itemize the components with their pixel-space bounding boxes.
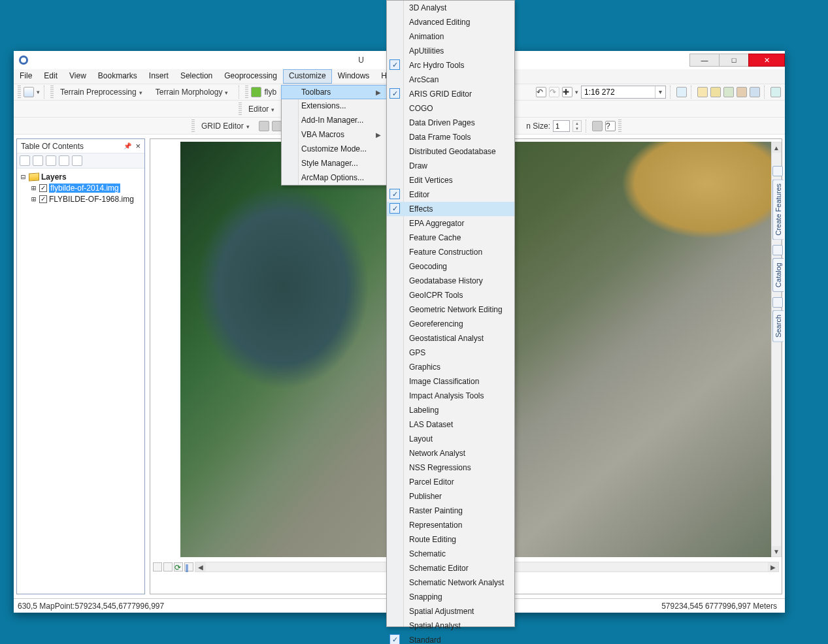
toolbar-toggle-geometric-network-editing[interactable]: Geometric Network Editing [387,302,514,317]
pause-icon[interactable]: ‖ [184,562,193,572]
menu-item-vba-macros[interactable]: VBA Macros▶ [282,127,386,142]
toc-layers-root[interactable]: ⊟ Layers [20,171,142,182]
dock-icon[interactable] [772,245,783,255]
toolbar-toggle-arc-hydro-tools[interactable]: ✓Arc Hydro Tools [387,58,514,72]
toolbar-toggle-las-dataset[interactable]: LAS Dataset [387,417,514,432]
toolbar-toggle-route-editing[interactable]: Route Editing [387,532,514,547]
toc-layer-item[interactable]: ⊞✓flybilde-of-2014.img [20,182,142,193]
toolbar-toggle-spatial-analyst[interactable]: Spatial Analyst [387,619,514,633]
menu-item-extensions-[interactable]: Extensions... [282,99,386,113]
refresh-icon[interactable]: ⟳ [174,562,183,572]
grid-tool-1[interactable] [259,121,269,131]
menu-edit[interactable]: Edit [38,69,63,84]
toolbar-toggle-edit-vertices[interactable]: Edit Vertices [387,173,514,187]
toolbar-toggle-image-classification[interactable]: Image Classification [387,374,514,389]
toc-layer-item[interactable]: ⊞✓FLYBILDE-OF-1968.img [20,193,142,204]
tool-icon-3[interactable] [710,87,721,97]
toolbar-toggle-georeferencing[interactable]: Georeferencing [387,317,514,331]
checkbox-icon[interactable]: ✓ [39,184,47,192]
toolbar-toggle-nss-regressions[interactable]: NSS Regressions [387,460,514,475]
menu-item-style-manager-[interactable]: Style Manager... [282,156,386,170]
size-stepper[interactable]: ▲▼ [572,120,582,132]
scale-input[interactable] [582,87,655,97]
toolbar-toggle-arcscan[interactable]: ArcScan [387,72,514,87]
toolbar-toggle-schematic-network-analyst[interactable]: Schematic Network Analyst [387,575,514,590]
toolbar-toggle-draw[interactable]: Draw [387,159,514,173]
toolbar-toggle-standard[interactable]: ✓Standard [387,633,514,644]
scroll-down-icon[interactable]: ▼ [772,546,781,556]
grid-editor-dropdown[interactable]: GRID Editor [197,121,256,131]
scroll-up-icon[interactable]: ▲ [772,142,781,153]
tool-icon-7[interactable] [770,87,781,97]
toolbar-toggle-editor[interactable]: ✓Editor [387,187,514,202]
menu-insert[interactable]: Insert [143,69,174,84]
toc-view-1[interactable] [20,155,30,166]
dock-icon[interactable] [772,297,783,308]
toc-view-5[interactable] [72,155,82,166]
menu-bookmarks[interactable]: Bookmarks [92,69,143,84]
minimize-button[interactable]: — [689,54,720,67]
toolbar-grip[interactable] [18,86,21,99]
toolbar-toggle-epa-aggregator[interactable]: EPA Aggregator [387,216,514,231]
menu-item-customize-mode-[interactable]: Customize Mode... [282,142,386,156]
menu-item-toolbars[interactable]: Toolbars▶ [281,85,387,99]
menu-geoprocessing[interactable]: Geoprocessing [218,69,283,84]
chevron-down-icon[interactable]: ▾ [655,86,665,98]
toc-view-2[interactable] [33,155,43,166]
tool-icon-2[interactable] [697,87,708,97]
toolbar-grip[interactable] [191,120,195,133]
dock-tab-search[interactable]: Search [772,310,784,342]
terrain-morphology-dropdown[interactable]: Terrain Morphology [152,87,235,97]
toolbar-toggle-snapping[interactable]: Snapping [387,590,514,604]
menu-customize[interactable]: Customize [283,69,332,84]
size-input[interactable] [553,120,570,132]
toolbar-toggle-geodatabase-history[interactable]: Geodatabase History [387,274,514,288]
toolbar-grip[interactable] [618,120,621,133]
toolbar-toggle-feature-cache[interactable]: Feature Cache [387,231,514,245]
toolbar-toggle-labeling[interactable]: Labeling [387,403,514,417]
scroll-left-icon[interactable]: ◀ [195,562,206,572]
toc-view-3[interactable] [46,155,56,166]
toolbar-toggle-parcel-editor[interactable]: Parcel Editor [387,475,514,489]
pin-icon[interactable]: 📌 [124,142,131,150]
toolbar-toggle-advanced-editing[interactable]: Advanced Editing [387,15,514,29]
toolbar-toggle-layout[interactable]: Layout [387,432,514,446]
toolbar-grip[interactable] [50,86,54,99]
toolbar-toggle-network-analyst[interactable]: Network Analyst [387,446,514,460]
checkbox-icon[interactable]: ✓ [39,195,47,203]
toolbar-toggle-geoicpr-tools[interactable]: GeoICPR Tools [387,288,514,302]
toolbar-toggle-distributed-geodatabase[interactable]: Distributed Geodatabase [387,144,514,159]
editor-dropdown[interactable]: Editor [244,104,281,114]
toolbar-toggle-graphics[interactable]: Graphics [387,360,514,374]
menu-file[interactable]: File [14,69,38,84]
target-icon[interactable]: ✚ [562,87,572,97]
toolbar-toggle-publisher[interactable]: Publisher [387,489,514,504]
dock-tab-catalog[interactable]: Catalog [772,258,784,292]
tool-icon-5[interactable] [737,87,747,97]
redo-icon[interactable]: ↷ [549,87,559,97]
menu-item-arcmap-options-[interactable]: ArcMap Options... [282,170,386,185]
zoom-icon[interactable] [24,87,34,97]
close-button[interactable]: ✕ [748,54,785,67]
menu-windows[interactable]: Windows [332,69,376,84]
toolbar-toggle-feature-construction[interactable]: Feature Construction [387,245,514,259]
close-icon[interactable]: × [135,141,141,151]
menu-view[interactable]: View [63,69,92,84]
toolbar-toggle-gps[interactable]: GPS [387,346,514,360]
layout-view-icon[interactable] [163,562,173,572]
terrain-preprocessing-dropdown[interactable]: Terrain Preprocessing [56,87,149,97]
toolbar-toggle-cogo[interactable]: COGO [387,101,514,116]
dock-icon[interactable] [772,166,783,176]
toolbar-grip[interactable] [245,86,248,99]
toolbar-toggle-3d-analyst[interactable]: 3D Analyst [387,1,514,15]
data-view-icon[interactable] [153,562,162,572]
maximize-button[interactable]: □ [719,54,749,67]
toolbar-toggle-spatial-adjustment[interactable]: Spatial Adjustment [387,604,514,619]
grid-tool-3[interactable] [592,121,603,131]
toc-view-4[interactable] [59,155,69,166]
scroll-right-icon[interactable]: ▶ [768,562,778,572]
tool-icon-6[interactable] [750,87,760,97]
toolbar-toggle-raster-painting[interactable]: Raster Painting [387,504,514,518]
toolbar-toggle-aris-grid-editor[interactable]: ✓ARIS GRID Editor [387,87,514,101]
toolbar-toggle-impact-analysis-tools[interactable]: Impact Analysis Tools [387,389,514,403]
